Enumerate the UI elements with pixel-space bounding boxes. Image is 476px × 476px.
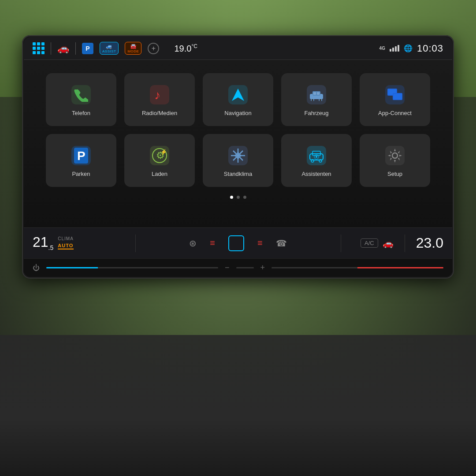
globe-icon: 🌐 [404, 44, 413, 52]
pagination-dots [46, 196, 430, 199]
app-setup[interactable]: Setup [360, 134, 430, 187]
laden-label: Laden [152, 171, 167, 177]
temperature-display: 19.0°C [174, 43, 197, 54]
app-laden[interactable]: ⚙ ⚡ Laden [124, 134, 195, 187]
clima-label: CLIMA [58, 236, 74, 241]
center-square-button[interactable] [228, 235, 244, 251]
temp-right-display: 23.0 [416, 235, 443, 251]
auto-label[interactable]: AUTO [58, 243, 74, 249]
charge-icon: ⚙ ⚡ [150, 146, 169, 165]
temp-slider[interactable] [271, 267, 443, 268]
lte-label: 4G [379, 46, 385, 51]
svg-marker-25 [240, 154, 242, 157]
telefon-label: Telefon [72, 110, 90, 116]
standklima-icon [228, 146, 248, 165]
app-grid-row1: Telefon ♪ Radio/Medien [46, 73, 430, 187]
app-parken[interactable]: P Parken [46, 134, 116, 187]
assistenten-icon [307, 146, 326, 165]
appconnect-label: App-Connect [378, 110, 412, 116]
svg-rect-11 [394, 94, 402, 99]
fahrzeug-label: Fahrzeug [305, 110, 329, 116]
fahrzeug-icon [307, 85, 326, 104]
car-rear-icon[interactable]: 🚗 [383, 238, 394, 249]
divider-right [405, 234, 405, 252]
divider [75, 42, 76, 55]
status-right: 4G 🌐 10:03 [379, 43, 443, 54]
setup-icon [385, 146, 405, 165]
status-bar: 🚗 P 🚙 ASSIST 🚘 MODE [24, 37, 452, 60]
app-fahrzeug[interactable]: Fahrzeug [281, 73, 352, 126]
control-strip: ⏻ − + [24, 258, 452, 277]
svg-text:⚡: ⚡ [160, 149, 167, 155]
seat-heat-left-icon[interactable]: ⊛ [189, 238, 197, 249]
car-home-icon[interactable]: 🚗 [57, 43, 69, 54]
parking-badge[interactable]: P [82, 43, 93, 54]
navigation-icon [228, 85, 248, 104]
app-standklima[interactable]: Standklima [203, 134, 273, 187]
clima-right: A/C 🚗 23.0 [348, 234, 444, 252]
app-radio-medien[interactable]: ♪ Radio/Medien [124, 73, 195, 126]
app-navigation[interactable]: Navigation [203, 73, 273, 126]
divider-climate-right [341, 234, 341, 252]
dot-2[interactable] [237, 196, 240, 199]
svg-rect-6 [313, 92, 316, 95]
clima-controls: ⊛ ≡ ≡ ☎ [142, 235, 334, 251]
svg-text:P: P [77, 149, 86, 163]
svg-point-4 [311, 99, 314, 101]
music-icon: ♪ [150, 85, 169, 104]
standklima-label: Standklima [224, 171, 252, 177]
setup-label: Setup [387, 171, 402, 177]
svg-marker-24 [234, 154, 236, 157]
app-assistenten[interactable]: Assistenten [281, 134, 352, 187]
parken-label: Parken [72, 171, 90, 177]
temp-left-display: 21.5 [33, 235, 53, 251]
seat-heat-right-icon[interactable]: ☎ [276, 238, 287, 249]
radio-medien-label: Radio/Medien [142, 110, 177, 116]
mode-icon: 🚘 [127, 43, 139, 49]
svg-marker-23 [237, 157, 239, 160]
signal-bars [390, 45, 399, 52]
power-button[interactable]: ⏻ [33, 264, 40, 272]
dot-3[interactable] [243, 196, 246, 199]
svg-marker-1 [232, 89, 244, 101]
navigation-label: Navigation [224, 110, 251, 116]
app-connect[interactable]: App-Connect [360, 73, 430, 126]
svg-text:♪: ♪ [154, 88, 160, 102]
main-screen: 🚗 P 🚙 ASSIST 🚘 MODE [22, 35, 454, 279]
assistenten-label: Assistenten [301, 171, 331, 177]
ac-button[interactable]: A/C [361, 238, 378, 248]
volume-minus[interactable]: − [225, 263, 230, 272]
divider-climate [135, 234, 136, 252]
svg-marker-22 [237, 151, 239, 154]
svg-point-32 [392, 153, 398, 158]
assist-icon: 🚙 [102, 43, 116, 49]
phone-icon [71, 85, 91, 104]
grid-menu-icon[interactable] [33, 42, 45, 54]
climate-bar: 21.5 CLIMA AUTO ⊛ ≡ ≡ [24, 227, 452, 258]
app-telefon[interactable]: Telefon [46, 73, 116, 126]
app-grid-area: Telefon ♪ Radio/Medien [24, 60, 452, 227]
add-button[interactable]: + [148, 43, 159, 54]
divider [51, 42, 51, 55]
svg-rect-7 [317, 92, 320, 95]
svg-point-30 [316, 156, 317, 158]
volume-slider[interactable] [46, 267, 218, 268]
assist-badge[interactable]: 🚙 ASSIST [100, 42, 119, 55]
svg-point-5 [319, 99, 322, 101]
clima-left: 21.5 CLIMA AUTO [33, 235, 129, 251]
vent-lines-left-icon[interactable]: ≡ [210, 238, 215, 248]
mode-badge[interactable]: 🚘 MODE [125, 42, 141, 55]
parking-icon: P [71, 146, 91, 165]
clock-display: 10:03 [417, 43, 443, 54]
appconnect-icon [385, 85, 405, 104]
dot-1[interactable] [230, 196, 233, 199]
volume-plus[interactable]: + [260, 263, 265, 272]
slider-gap [236, 267, 254, 268]
vent-lines-right-icon[interactable]: ≡ [257, 238, 263, 248]
